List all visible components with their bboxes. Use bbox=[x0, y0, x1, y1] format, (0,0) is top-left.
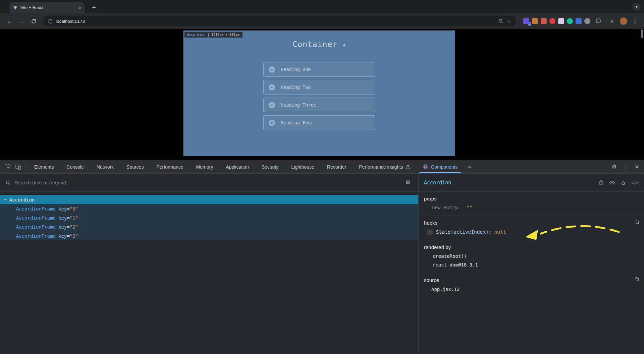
extension-icon-green[interactable] bbox=[567, 18, 573, 24]
hook-state-row[interactable]: 1 State(activeIndex):null bbox=[427, 229, 639, 235]
accordion-item-label: Heading Two bbox=[281, 84, 311, 90]
container-heading: Container ▲ bbox=[183, 40, 455, 49]
accordion-item-label: Heading Four bbox=[281, 120, 314, 125]
tab-components[interactable]: Components bbox=[417, 160, 464, 173]
page-scrollbar[interactable] bbox=[641, 30, 643, 38]
tree-settings-gear-icon[interactable]: ⚙ bbox=[403, 178, 413, 188]
tab-sources[interactable]: Sources bbox=[120, 160, 150, 173]
selected-component-title: Accordion bbox=[424, 180, 451, 186]
rendered-by-reactdom[interactable]: react-dom@18.3.1 bbox=[433, 262, 639, 268]
tree-row-accordionframe[interactable]: AccordionFramekey="0" bbox=[0, 204, 418, 213]
source-section-label: source bbox=[424, 277, 639, 283]
extension-icon-pencil[interactable] bbox=[558, 18, 564, 24]
prop-name[interactable]: new entry: bbox=[432, 205, 460, 210]
tab-network[interactable]: Network bbox=[90, 160, 120, 173]
tab-strip: Vite + React × + ▾ bbox=[0, 0, 644, 13]
tree-row-accordion[interactable]: ▾ Accordion bbox=[0, 195, 418, 204]
accordion-toggle-icon[interactable]: ▾ bbox=[269, 66, 275, 73]
tab-label: Application bbox=[226, 164, 249, 170]
omnibox[interactable]: localhost:5173 ☆ bbox=[43, 16, 516, 26]
suspense-timer-icon[interactable] bbox=[598, 180, 604, 185]
tab-label: Performance bbox=[156, 164, 183, 170]
globe-icon[interactable] bbox=[584, 18, 590, 24]
copy-icon[interactable] bbox=[634, 219, 639, 226]
copy-icon[interactable] bbox=[634, 277, 639, 283]
back-button[interactable]: ← bbox=[4, 16, 15, 26]
equals-sign: = bbox=[67, 224, 69, 230]
new-tab-button[interactable]: + bbox=[89, 3, 99, 12]
rendered-by-createroot[interactable]: createRoot() bbox=[433, 253, 639, 259]
more-tabs-icon[interactable]: » bbox=[464, 164, 475, 170]
component-name: AccordionFrame bbox=[16, 215, 56, 221]
source-file-link[interactable]: App.jsx:12 bbox=[431, 287, 639, 292]
component-name: AccordionFrame bbox=[16, 224, 56, 230]
browser-toolbar: ← → localhost:5173 ☆ 2 bbox=[0, 13, 644, 29]
settings-gear-icon[interactable]: ⚙ bbox=[609, 162, 619, 172]
browser-menu-kebab-icon[interactable]: ⋮ bbox=[630, 16, 640, 26]
inspect-dom-eye-icon[interactable] bbox=[609, 180, 615, 186]
tab-security[interactable]: Security bbox=[255, 160, 285, 173]
component-name: AccordionFrame bbox=[16, 233, 56, 239]
reload-button[interactable] bbox=[28, 16, 39, 26]
tab-application[interactable]: Application bbox=[219, 160, 255, 173]
inspect-element-icon[interactable] bbox=[2, 162, 13, 172]
log-component-bug-icon[interactable] bbox=[621, 180, 626, 185]
props-new-entry-row[interactable]: new entry: "" bbox=[432, 205, 639, 210]
extension-icon-orange[interactable] bbox=[532, 18, 538, 24]
components-tree: ▾ Accordion AccordionFramekey="0" Accord… bbox=[0, 192, 418, 240]
tab-search-chevron-icon[interactable]: ▾ bbox=[633, 3, 641, 11]
url-text[interactable]: localhost:5173 bbox=[56, 19, 495, 24]
prop-value[interactable]: "" bbox=[467, 205, 472, 210]
extension-icon-red-grid[interactable] bbox=[541, 18, 547, 24]
accordion-item[interactable]: ▾ Heading Three bbox=[263, 98, 375, 112]
tab-label: Memory bbox=[196, 164, 213, 170]
view-source-code-icon[interactable]: </> bbox=[631, 180, 639, 185]
tab-elements[interactable]: Elements bbox=[28, 160, 60, 173]
components-search-input[interactable] bbox=[15, 180, 399, 185]
tree-row-accordionframe[interactable]: AccordionFramekey="2" bbox=[0, 222, 418, 231]
close-devtools-icon[interactable]: × bbox=[632, 162, 642, 172]
profile-avatar[interactable] bbox=[620, 17, 627, 25]
devtools-menu-kebab-icon[interactable]: ⋮ bbox=[621, 162, 631, 172]
forward-button[interactable]: → bbox=[16, 16, 27, 26]
tooltip-component-name: Accordion bbox=[187, 33, 205, 37]
tab-performance-insights[interactable]: Performance insights bbox=[353, 160, 417, 173]
tab-performance[interactable]: Performance bbox=[150, 160, 190, 173]
downloads-icon[interactable] bbox=[606, 16, 617, 26]
accordion-item[interactable]: ▾ Heading Two bbox=[263, 80, 375, 95]
inspect-tooltip: Accordion | 1216px × 561px bbox=[184, 32, 243, 38]
vite-favicon-icon bbox=[13, 5, 18, 10]
devtools-tabbar: Elements Console Network Sources Perform… bbox=[0, 160, 644, 174]
accordion-item[interactable]: ▾ Heading One bbox=[263, 62, 375, 77]
zoom-icon[interactable] bbox=[498, 18, 503, 24]
bookmark-star-icon[interactable]: ☆ bbox=[506, 18, 511, 24]
collapse-toggle-icon[interactable]: ▾ bbox=[4, 197, 6, 202]
extension-icon-blue[interactable] bbox=[576, 18, 582, 24]
site-info-icon[interactable] bbox=[48, 19, 53, 24]
tab-console[interactable]: Console bbox=[60, 160, 90, 173]
tab-label: Sources bbox=[126, 164, 144, 170]
component-name: Accordion bbox=[9, 197, 35, 202]
collapse-arrow-icon[interactable]: ▲ bbox=[343, 42, 346, 47]
device-toolbar-icon[interactable] bbox=[13, 162, 23, 172]
tree-row-accordionframe[interactable]: AccordionFramekey="3" bbox=[0, 231, 418, 240]
accordion-toggle-icon[interactable]: ▾ bbox=[269, 84, 275, 91]
tree-row-accordionframe[interactable]: AccordionFramekey="1" bbox=[0, 213, 418, 222]
extensions-puzzle-icon[interactable] bbox=[593, 16, 604, 26]
tab-memory[interactable]: Memory bbox=[190, 160, 220, 173]
search-icon bbox=[5, 180, 11, 185]
hook-value[interactable]: null bbox=[494, 229, 506, 235]
extension-icon-red-circle[interactable] bbox=[549, 18, 555, 24]
extension-icon-purple[interactable]: 2 bbox=[523, 18, 529, 24]
tab-lighthouse[interactable]: Lighthouse bbox=[285, 160, 321, 173]
browser-tab[interactable]: Vite + React × bbox=[9, 2, 85, 13]
accordion-toggle-icon[interactable]: ▾ bbox=[269, 120, 275, 126]
accordion-toggle-icon[interactable]: ▾ bbox=[269, 102, 275, 108]
accordion-item[interactable]: ▾ Heading Four bbox=[263, 115, 375, 130]
equals-sign: = bbox=[67, 215, 69, 221]
accordion-item-label: Heading One bbox=[281, 67, 311, 72]
tab-recorder[interactable]: Recorder bbox=[321, 160, 353, 173]
hook-arg: (activeIndex): bbox=[450, 229, 491, 235]
close-tab-icon[interactable]: × bbox=[78, 5, 81, 10]
tab-label: Recorder bbox=[327, 164, 346, 170]
